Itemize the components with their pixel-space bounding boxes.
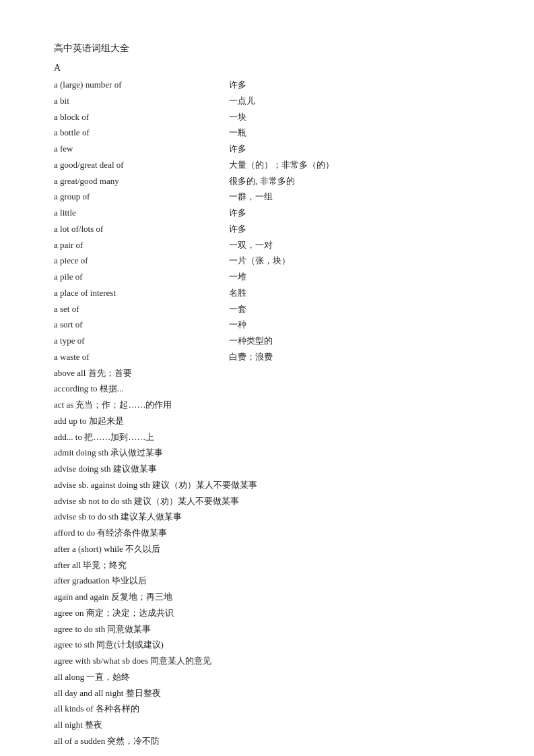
list-item: act as 充当；作；起……的作用	[54, 398, 480, 413]
page-title: 高中英语词组大全	[54, 40, 480, 57]
list-item: a sort of一种	[54, 317, 480, 333]
list-item: advise sb not to do sth 建议（劝）某人不要做某事	[54, 494, 480, 509]
list-item: advise sb to do sth 建议某人做某事	[54, 509, 480, 525]
entry-phrase: a sort of	[54, 317, 229, 333]
entry-phrase: a piece of	[54, 253, 229, 269]
entry-phrase: a type of	[54, 334, 229, 349]
entry-meaning: 很多的, 非常多的	[229, 174, 480, 189]
entry-phrase: a place of interest	[54, 286, 229, 301]
entry-meaning: 许多	[229, 206, 480, 221]
list-item: agree to do sth 同意做某事	[54, 622, 480, 637]
entry-phrase: a bit	[54, 94, 229, 109]
entry-phrase: agree with sb/what sb does 同意某人的意见	[54, 654, 211, 669]
entry-phrase: a group of	[54, 189, 229, 205]
entry-phrase: all night 整夜	[54, 718, 102, 733]
list-item: all day and all night 整日整夜	[54, 686, 480, 701]
entry-meaning: 一瓶	[229, 125, 480, 141]
list-item: advise sb. against doing sth 建议（劝）某人不要做某…	[54, 478, 480, 493]
list-item: a piece of一片（张，块）	[54, 253, 480, 269]
entry-phrase: again and again 反复地；再三地	[54, 590, 172, 605]
list-item: a type of一种类型的	[54, 334, 480, 349]
list-item: all along 一直，始终	[54, 670, 480, 685]
list-item: a block of一块	[54, 110, 480, 125]
entry-phrase: after all 毕竟；终究	[54, 558, 127, 573]
entry-meaning: 许多	[229, 222, 480, 237]
list-item: a bit一点儿	[54, 94, 480, 109]
entry-phrase: a lot of/lots of	[54, 222, 229, 237]
entry-meaning: 一种	[229, 317, 480, 333]
entry-meaning: 一堆	[229, 270, 480, 285]
entry-phrase: advise sb to do sth 建议某人做某事	[54, 509, 182, 525]
list-item: a waste of白费；浪费	[54, 350, 480, 365]
list-item: according to 根据...	[54, 381, 480, 397]
entry-meaning: 许多	[229, 141, 480, 157]
entry-meaning: 一套	[229, 302, 480, 317]
entry-phrase: a (large) number of	[54, 77, 229, 93]
entry-phrase: advise sb not to do sth 建议（劝）某人不要做某事	[54, 494, 239, 509]
list-item: again and again 反复地；再三地	[54, 590, 480, 605]
entry-phrase: after a (short) while 不久以后	[54, 542, 160, 557]
entry-phrase: agree to sth 同意(计划或建议)	[54, 637, 164, 653]
entry-meaning: 一块	[229, 110, 480, 125]
list-item: admit doing sth 承认做过某事	[54, 445, 480, 461]
entry-meaning: 大量（的）；非常多（的）	[229, 158, 480, 173]
list-item: a group of一群，一组	[54, 189, 480, 205]
entry-meaning: 名胜	[229, 286, 480, 301]
entry-phrase: a bottle of	[54, 125, 229, 141]
list-item: advise doing sth 建议做某事	[54, 462, 480, 477]
list-item: a lot of/lots of许多	[54, 222, 480, 237]
list-item: after all 毕竟；终究	[54, 558, 480, 573]
list-item: agree on 商定；决定；达成共识	[54, 606, 480, 621]
entry-phrase: act as 充当；作；起……的作用	[54, 398, 172, 413]
list-item: afford to do 有经济条件做某事	[54, 526, 480, 541]
list-item: a (large) number of许多	[54, 77, 480, 93]
entry-meaning: 一群，一组	[229, 189, 480, 205]
entry-phrase: all along 一直，始终	[54, 670, 130, 685]
entry-phrase: advise doing sth 建议做某事	[54, 462, 157, 477]
list-item: all night 整夜	[54, 718, 480, 733]
list-item: add... to 把……加到……上	[54, 430, 480, 445]
list-item: all kinds of 各种各样的	[54, 701, 480, 717]
list-item: after a (short) while 不久以后	[54, 542, 480, 557]
entry-phrase: a set of	[54, 302, 229, 317]
entry-phrase: admit doing sth 承认做过某事	[54, 445, 163, 461]
entry-phrase: agree on 商定；决定；达成共识	[54, 606, 174, 621]
entry-phrase: a great/good many	[54, 174, 229, 189]
entries-list: a (large) number of许多a bit一点儿a block of一…	[54, 77, 480, 749]
entry-phrase: above all 首先；首要	[54, 366, 132, 381]
list-item: a place of interest名胜	[54, 286, 480, 301]
entry-phrase: agree to do sth 同意做某事	[54, 622, 151, 637]
entry-phrase: a good/great deal of	[54, 158, 229, 173]
entry-phrase: all of a sudden 突然，冷不防	[54, 734, 160, 749]
entry-meaning: 一片（张，块）	[229, 253, 480, 269]
entry-phrase: all day and all night 整日整夜	[54, 686, 161, 701]
entry-meaning: 白费；浪费	[229, 350, 480, 365]
entry-phrase: after graduation 毕业以后	[54, 573, 147, 589]
entry-phrase: add... to 把……加到……上	[54, 430, 154, 445]
entry-phrase: a pair of	[54, 238, 229, 253]
entry-meaning: 一点儿	[229, 94, 480, 109]
list-item: a little许多	[54, 206, 480, 221]
entry-phrase: according to 根据...	[54, 381, 124, 397]
list-item: after graduation 毕业以后	[54, 573, 480, 589]
entry-phrase: afford to do 有经济条件做某事	[54, 526, 167, 541]
entry-phrase: all kinds of 各种各样的	[54, 701, 139, 717]
list-item: a good/great deal of大量（的）；非常多（的）	[54, 158, 480, 173]
list-item: a few许多	[54, 141, 480, 157]
entry-meaning: 一种类型的	[229, 334, 480, 349]
entry-meaning: 一双，一对	[229, 238, 480, 253]
entry-phrase: add up to 加起来是	[54, 414, 124, 429]
list-item: all of a sudden 突然，冷不防	[54, 734, 480, 749]
list-item: a pair of一双，一对	[54, 238, 480, 253]
entry-phrase: a few	[54, 141, 229, 157]
entry-meaning: 许多	[229, 77, 480, 93]
list-item: above all 首先；首要	[54, 366, 480, 381]
entry-phrase: a pile of	[54, 270, 229, 285]
section-a-header: A	[54, 60, 480, 77]
entry-phrase: a block of	[54, 110, 229, 125]
entry-phrase: advise sb. against doing sth 建议（劝）某人不要做某…	[54, 478, 257, 493]
entry-phrase: a waste of	[54, 350, 229, 365]
list-item: a bottle of一瓶	[54, 125, 480, 141]
list-item: a set of一套	[54, 302, 480, 317]
list-item: add up to 加起来是	[54, 414, 480, 429]
